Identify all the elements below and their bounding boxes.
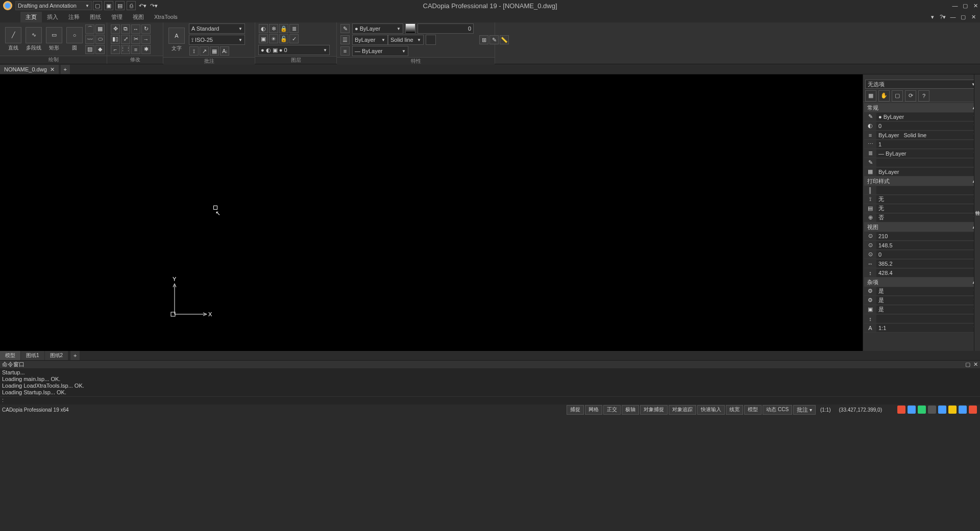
workspace-selector[interactable]: Drafting and Annotation▼ — [15, 1, 92, 10]
status-grid[interactable]: 网格 — [585, 405, 602, 415]
tab-annotate[interactable]: 注释 — [63, 12, 85, 22]
layer-selector[interactable]: ● ◐ ▣ ● 0▼ — [258, 45, 330, 55]
ribbon-dropdown-icon[interactable]: ▾ — [928, 12, 937, 21]
qat-save-icon[interactable]: ▤ — [115, 1, 125, 10]
rectangle-tool-icon[interactable]: ▭ — [46, 27, 62, 43]
dim-style-selector[interactable]: ⟟ ISO-25▼ — [189, 35, 245, 45]
tray-icon-7[interactable] — [959, 406, 967, 414]
rotate-tool-icon[interactable]: ↻ — [141, 24, 151, 34]
mtext-tool-icon[interactable]: Aᵢ — [220, 46, 229, 56]
layer-match-icon[interactable]: ✓ — [289, 34, 299, 43]
layer-manager-icon[interactable]: ≣ — [289, 24, 299, 33]
plot1-value[interactable]: ▼ — [876, 186, 979, 194]
tab-sheet[interactable]: 图纸 — [85, 12, 106, 22]
move-tool-icon[interactable]: ✥ — [111, 24, 120, 34]
layer-off-icon[interactable]: ◐ — [259, 24, 268, 33]
layer-thaw-icon[interactable]: ☀ — [269, 34, 278, 43]
measure-icon[interactable]: 📏 — [500, 35, 509, 44]
line-tool-icon[interactable]: ╱ — [5, 27, 21, 43]
status-osnap[interactable]: 对象捕捉 — [640, 405, 668, 415]
section-misc[interactable]: 杂项▲ — [864, 277, 979, 287]
leader-tool-icon[interactable]: ↗ — [200, 46, 209, 56]
transparency-field[interactable]: 0 — [418, 23, 474, 34]
doc-maximize-button[interactable]: ▢ — [959, 12, 968, 21]
layer-unlock-icon[interactable]: 🔓 — [279, 34, 288, 43]
qat-redo-icon[interactable]: ↷▾ — [149, 1, 158, 10]
scale-tool-icon[interactable]: ⤢ — [121, 35, 130, 44]
doc-tab-active[interactable]: NONAME_0.dwg✕ — [0, 65, 59, 74]
section-plot[interactable]: 打印样式▲ — [864, 176, 979, 186]
color-value[interactable]: ● ByLayer▼ — [876, 113, 979, 121]
ellipse-tool-icon[interactable]: ⬭ — [95, 35, 105, 44]
cmd-close-icon[interactable]: ✕ — [973, 361, 978, 368]
mirror-tool-icon[interactable]: ▮▯ — [111, 35, 120, 44]
layer-lock-icon[interactable]: 🔒 — [279, 24, 288, 33]
point-tool-icon[interactable]: ◆ — [95, 45, 105, 54]
drawing-viewport[interactable]: ↖ Y X — [0, 74, 863, 351]
tray-icon-5[interactable] — [938, 406, 946, 414]
close-tab-icon[interactable]: ✕ — [50, 66, 55, 73]
color-selector[interactable]: ● ByLayer▼ — [352, 23, 403, 34]
trim-tool-icon[interactable]: ✂ — [131, 35, 140, 44]
prop-pickadd-icon[interactable]: ✋ — [878, 90, 890, 102]
tab-insert[interactable]: 插入 — [42, 12, 63, 22]
color-swatch[interactable] — [426, 35, 436, 45]
layout-tab-model[interactable]: 模型 — [0, 351, 20, 360]
copy-tool-icon[interactable]: ⧉ — [121, 24, 130, 34]
tab-home[interactable]: 主页 — [20, 12, 42, 22]
qat-open-icon[interactable]: ▣ — [104, 1, 113, 10]
ltype-selector[interactable]: ByLayer▼ — [352, 35, 388, 45]
section-general[interactable]: 常规▲ — [864, 103, 979, 112]
stretch-tool-icon[interactable]: ↔ — [131, 24, 140, 34]
status-ccs[interactable]: 动态 CCS — [763, 405, 792, 415]
status-ortho[interactable]: 正交 — [603, 405, 621, 415]
status-snap[interactable]: 捕捉 — [567, 405, 584, 415]
fillet-tool-icon[interactable]: ⌐ — [111, 45, 120, 54]
minimize-button[interactable]: — — [950, 1, 960, 10]
doc-minimize-button[interactable]: — — [948, 12, 958, 21]
plot2-value[interactable]: 无▼ — [876, 195, 979, 204]
status-polar[interactable]: 极轴 — [622, 405, 639, 415]
prop-toggle-icon[interactable]: ⟳ — [905, 90, 916, 102]
prop-help-icon[interactable]: ? — [918, 90, 929, 102]
ltype2-selector[interactable]: Solid line▼ — [388, 35, 424, 45]
doc-close-button[interactable]: ✕ — [969, 12, 978, 21]
matchprop-icon[interactable]: ✎ — [340, 24, 350, 33]
tab-manage[interactable]: 管理 — [106, 12, 128, 22]
extend-tool-icon[interactable]: → — [141, 35, 151, 44]
status-anno[interactable]: 批注 ▾ — [793, 405, 816, 415]
misc3-value[interactable]: 是▼ — [876, 306, 979, 314]
explode-tool-icon[interactable]: ✱ — [141, 45, 151, 54]
thickness-value[interactable] — [876, 159, 979, 167]
text-tool-icon[interactable]: A — [168, 28, 185, 44]
table-tool-icon[interactable]: ▦ — [210, 46, 219, 56]
text-style-selector[interactable]: A Standard▼ — [189, 23, 245, 34]
lweight-selector[interactable]: — ByLayer▼ — [352, 46, 408, 56]
layer-freeze-icon[interactable]: ❄ — [269, 24, 278, 33]
layout-tab-2[interactable]: 图纸2 — [45, 351, 68, 360]
layout-tab-1[interactable]: 图纸1 — [21, 351, 44, 360]
region-tool-icon[interactable]: ▨ — [85, 45, 94, 54]
tray-icon-4[interactable] — [928, 406, 936, 414]
status-otrack[interactable]: 对象追踪 — [669, 405, 696, 415]
qat-print-icon[interactable]: ⎙ — [127, 1, 136, 10]
tray-icon-6[interactable] — [948, 406, 957, 414]
offset-tool-icon[interactable]: ≡ — [131, 45, 140, 54]
polyline-tool-icon[interactable]: ∿ — [26, 27, 42, 43]
circle-tool-icon[interactable]: ○ — [66, 27, 83, 43]
spline-tool-icon[interactable]: 〰 — [85, 35, 94, 44]
ungroup-icon[interactable]: ✎ — [489, 35, 499, 44]
lweight-value[interactable]: — ByLayer▼ — [876, 149, 979, 158]
help-icon[interactable]: ?▾ — [938, 12, 947, 21]
tray-icon-2[interactable] — [908, 406, 916, 414]
material-value[interactable]: ByLayer — [876, 168, 979, 176]
list-icon[interactable]: ☰ — [340, 35, 350, 44]
array-tool-icon[interactable]: ⋮⋮ — [121, 45, 130, 54]
qat-new-icon[interactable]: ▢ — [93, 1, 102, 10]
dim-tool-icon[interactable]: ⟟ — [189, 46, 199, 56]
misc5-value[interactable]: 1:1▼ — [876, 324, 979, 332]
tray-icon-8[interactable] — [969, 406, 977, 414]
arc-tool-icon[interactable]: ⌒ — [85, 24, 94, 34]
status-dyn[interactable]: 快速输入 — [697, 405, 725, 415]
status-model[interactable]: 模型 — [744, 405, 762, 415]
